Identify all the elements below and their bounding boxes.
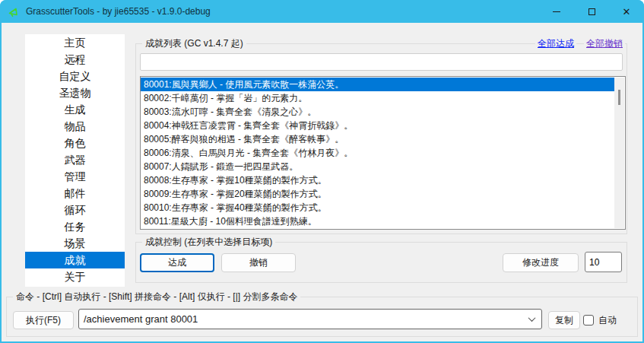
progress-spinner: ▲ ▼ [585, 252, 622, 272]
sidebar-item[interactable]: 主页 [25, 34, 125, 51]
sidebar-item[interactable]: 循环 [25, 202, 125, 218]
achievement-row[interactable]: 80004:神戟狂言凌雲霄 - 集齊全套《神霄折戟錄》。 [141, 119, 614, 132]
sidebar-item[interactable]: 武器 [25, 151, 125, 168]
sidebar-item[interactable]: 任务 [25, 218, 125, 235]
grant-button[interactable]: 达成 [140, 253, 214, 272]
achievement-search-input[interactable] [140, 53, 623, 71]
achievement-row[interactable]: 80008:生存專家 - 掌握10種菜餚的製作方式。 [141, 173, 614, 187]
auto-checkbox-wrap: 自动 [583, 311, 617, 329]
sidebar-item[interactable]: 成就 [25, 252, 125, 268]
auto-checkbox[interactable] [583, 315, 594, 326]
achievement-row[interactable]: 80001:風與異鄉人 - 使用風元素吹散一株蒲公英。 [141, 78, 614, 91]
run-command-button[interactable]: 执行(F5) [13, 311, 74, 329]
achievement-row[interactable]: 80010:生存專家 - 掌握40種菜餚的製作方式。 [141, 201, 614, 214]
achievement-row[interactable]: 80005:醉客與狼的相遇 - 集齊全套《醉客軼事》。 [141, 132, 614, 146]
titlebar: GrasscutterTools - by jie65535 - v1.9.0-… [0, 0, 644, 23]
minimize-icon [553, 11, 560, 12]
achievement-row[interactable]: 80007:人鑄賦形 - 鍛造一把四星武器。 [141, 160, 614, 173]
copy-button[interactable]: 复制 [548, 311, 580, 329]
command-group-title: 命令 - [Ctrl] 自动执行 - [Shift] 拼接命令 - [Alt] … [13, 291, 300, 303]
achievement-row[interactable]: 80002:千嶂萬仞 - 掌握「岩」的元素力。 [141, 91, 614, 105]
achievement-row[interactable]: 80003:流水叮嚀 - 集齊全套《清泉之心》。 [141, 105, 614, 119]
window-title: GrasscutterTools - by jie65535 - v1.9.0-… [26, 6, 211, 17]
app-icon [8, 5, 20, 17]
command-group: 命令 - [Ctrl] 自动执行 - [Shift] 拼接命令 - [Alt] … [6, 297, 638, 337]
app-body: 主页远程自定义圣遗物生成物品角色武器管理邮件循环任务场景成就关于 成就列表 (G… [2, 23, 642, 341]
maximize-icon [588, 8, 595, 15]
sidebar-item[interactable]: 场景 [25, 235, 125, 252]
close-button[interactable]: ✕ [609, 0, 644, 23]
achievement-row[interactable]: 80009:生存專家 - 掌握20種菜餚的製作方式。 [141, 187, 614, 201]
achievement-listbox: 80001:風與異鄉人 - 使用風元素吹散一株蒲公英。80002:千嶂萬仞 - … [140, 76, 626, 230]
command-combobox[interactable]: /achievement grant 80001 [78, 309, 542, 329]
achievement-list-scrollbar[interactable] [614, 78, 624, 228]
achievement-row[interactable]: 80006:清泉、白馬與月光 - 集齊全套《竹林月夜》。 [141, 146, 614, 160]
achievement-list-group-title: 成就列表 (GC v1.4.7 起) [142, 37, 246, 50]
sidebar-item[interactable]: 自定义 [25, 68, 125, 84]
command-text[interactable]: /achievement grant 80001 [79, 313, 522, 325]
sidebar-nav: 主页远程自定义圣遗物生成物品角色武器管理邮件循环任务场景成就关于 [25, 34, 125, 287]
sidebar-item[interactable]: 角色 [25, 135, 125, 151]
sidebar-item[interactable]: 关于 [25, 268, 125, 285]
set-progress-button[interactable]: 修改进度 [503, 253, 579, 272]
progress-value-input[interactable] [585, 252, 644, 272]
achievement-row[interactable]: 80011:星級大廚 - 10個料理食譜達到熟練。 [141, 214, 614, 228]
sidebar-item[interactable]: 管理 [25, 168, 125, 185]
achievement-control-group-title: 成就控制 (在列表中选择目标项) [142, 236, 275, 249]
maximize-button[interactable] [574, 0, 609, 23]
chevron-down-icon[interactable] [522, 316, 541, 322]
sidebar-item[interactable]: 生成 [25, 101, 125, 118]
achievement-list-group: 成就列表 (GC v1.4.7 起) 全部达成 全部撤销 80001:風與異鄉人… [135, 43, 627, 234]
auto-checkbox-label: 自动 [598, 314, 617, 327]
sidebar-item[interactable]: 邮件 [25, 185, 125, 202]
achievement-rows: 80001:風與異鄉人 - 使用風元素吹散一株蒲公英。80002:千嶂萬仞 - … [141, 78, 614, 228]
scrollbar-thumb[interactable] [618, 90, 620, 105]
sidebar-item[interactable]: 远程 [25, 51, 125, 68]
app-window: GrasscutterTools - by jie65535 - v1.9.0-… [0, 0, 644, 343]
revoke-button[interactable]: 撤销 [221, 253, 296, 272]
close-icon: ✕ [623, 7, 631, 17]
achievement-control-group: 成就控制 (在列表中选择目标项) 达成 撤销 修改进度 ▲ ▼ [135, 242, 627, 283]
sidebar-item[interactable]: 物品 [25, 118, 125, 135]
minimize-button[interactable] [539, 0, 574, 23]
sidebar-item[interactable]: 圣遗物 [25, 84, 125, 101]
grant-all-link[interactable]: 全部达成 [535, 37, 576, 50]
revoke-all-link[interactable]: 全部撤销 [584, 37, 625, 50]
